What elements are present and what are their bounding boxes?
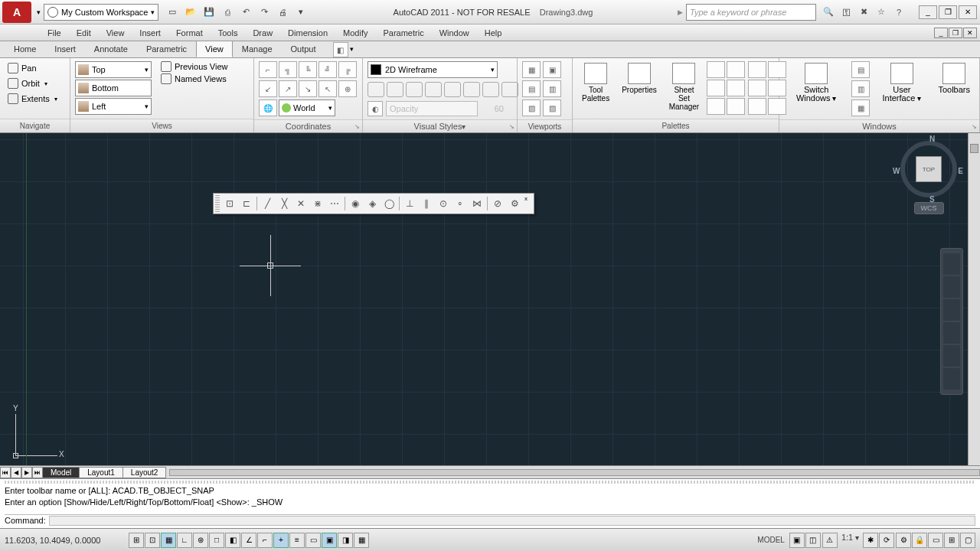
qat-save-icon[interactable]: 💾 [201,5,217,20]
panel-label-views[interactable]: Views [70,119,253,132]
sb-polar-icon[interactable]: ⊛ [193,533,208,548]
qat-print-icon[interactable]: 🖨 [275,5,290,20]
workspace-selector[interactable]: My Custom Workspace ▾ [44,4,158,21]
vp-icon-4[interactable]: ▥ [543,80,561,97]
help-icon[interactable]: ? [891,5,906,20]
layout-nav-prev[interactable]: ◀ [11,467,21,478]
osnap-midpoint-icon[interactable]: ╳ [276,195,292,212]
menu-insert[interactable]: Insert [132,26,168,40]
sb-annoauto-icon[interactable]: ⟳ [879,533,894,548]
vs-ico-6[interactable] [463,82,480,97]
status-model[interactable]: MODEL [754,536,788,544]
viewcube-face[interactable]: TOP [916,156,942,182]
mdi-minimize[interactable]: _ [934,28,948,38]
win-cascade-icon[interactable]: ▦ [851,99,870,116]
vp-icon-2[interactable]: ▣ [543,61,561,78]
qat-redo-icon[interactable]: ↷ [256,5,272,20]
toolbar-close-icon[interactable]: x [524,195,532,203]
ucs-icon-8[interactable]: ↘ [299,80,317,97]
tab-annotate[interactable]: Annotate [85,41,137,57]
osnap-nearest-icon[interactable]: ⋈ [469,195,485,212]
mdi-restore[interactable]: ❐ [949,28,962,38]
vp-icon-3[interactable]: ▤ [522,80,541,97]
osnap-center-icon[interactable]: ◉ [347,195,364,212]
search-play-icon[interactable]: ▶ [678,8,683,16]
viewcube-e[interactable]: E [958,167,963,175]
app-logo-icon[interactable]: A [2,2,31,23]
pal-small-9[interactable] [748,80,766,96]
sb-qp-icon[interactable]: ▣ [322,533,337,548]
status-scale[interactable]: 1:1 ▾ [838,533,862,548]
viewcube-s[interactable]: S [929,195,935,204]
panel-label-viewports[interactable]: Viewports [518,119,572,132]
canvas-vscroll[interactable] [968,133,980,465]
menu-edit[interactable]: Edit [69,26,99,40]
ribbon-extra-icon[interactable]: ◧ [333,42,348,57]
sb-am-icon[interactable]: ▦ [354,533,369,548]
menu-dimension[interactable]: Dimension [280,26,335,40]
sb-lwt-icon[interactable]: ≡ [289,533,305,548]
ribbon-extra-chevron-icon[interactable]: ▾ [350,42,354,57]
sb-grid-icon[interactable]: ▦ [161,533,176,548]
tab-view[interactable]: View [196,41,233,57]
qat-new-icon[interactable]: ▭ [165,5,180,20]
sb-r1-icon[interactable]: ▣ [789,533,805,548]
sb-lock-icon[interactable]: 🔒 [912,533,927,548]
osnap-parallel-icon[interactable]: ∥ [418,195,435,212]
named-views-button[interactable]: Named Views [161,73,228,84]
vs-ico-7[interactable] [482,82,499,97]
sb-ortho-icon[interactable]: ∟ [177,533,192,548]
vs-ico-1[interactable] [368,82,384,97]
toolbar-grip[interactable] [215,195,220,212]
tab-insert[interactable]: Insert [45,41,85,57]
close-button[interactable]: ✕ [959,5,977,19]
navigation-bar[interactable] [940,248,963,395]
sb-infer-icon[interactable]: ⊞ [129,533,144,548]
command-grip[interactable] [5,481,975,484]
pal-small-1[interactable] [707,61,725,78]
opacity-value[interactable]: 60 [481,104,504,113]
tab-home[interactable]: Home [5,41,45,57]
drawing-canvas[interactable]: YX TOP N S E W WCS ⊡ ⊏ ╱ ╳ ✕ ⋇ ⋯ ◉ ◈ ◯ [0,133,980,465]
panel-label-palettes[interactable]: Palettes [573,119,779,132]
search-icon[interactable]: 🔍 [821,5,836,20]
sb-tpy-icon[interactable]: ▭ [305,533,321,548]
command-window[interactable]: Enter toolbar name or [ALL]: ACAD.TB_OBJ… [0,478,980,528]
user-interface-button[interactable]: User Interface ▾ [873,61,930,104]
sb-r2-icon[interactable]: ◫ [805,533,821,548]
sb-dyn-icon[interactable]: + [273,533,289,548]
qat-more-icon[interactable]: ▾ [293,5,309,20]
minimize-button[interactable]: _ [919,5,937,19]
panel-label-navigate[interactable]: Navigate [0,119,70,132]
ucs-icon-1[interactable]: ⌐ [259,61,277,78]
osnap-quadrant-icon[interactable]: ◈ [364,195,381,212]
sb-otrack-icon[interactable]: ∠ [241,533,256,548]
extents-button[interactable]: Extents▾ [5,92,60,106]
osnap-apparent-icon[interactable]: ⋇ [309,195,326,212]
menu-window[interactable]: Window [432,26,477,40]
osnap-none-icon[interactable]: ⊘ [489,195,506,212]
osnap-from-icon[interactable]: ⊏ [238,195,255,212]
vs-ico-3[interactable] [406,82,423,97]
tab-output[interactable]: Output [282,41,325,57]
wcs-badge[interactable]: WCS [914,202,944,214]
exchange-icon[interactable]: ✖ [856,5,871,20]
pal-small-5[interactable] [707,98,725,115]
panel-label-coordinates[interactable]: Coordinates↘ [254,119,362,132]
pal-small-7[interactable] [748,61,766,78]
menu-draw[interactable]: Draw [245,26,280,40]
sb-iso-icon[interactable]: ⊞ [944,533,959,548]
ucs-globe-icon[interactable]: 🌐 [259,99,277,116]
pal-small-2[interactable] [727,61,745,78]
navbar-wheel-icon[interactable] [943,253,960,275]
ucs-icon-10[interactable]: ⊕ [338,80,357,97]
vs-ico-4[interactable] [425,82,442,97]
ucs-icon-3[interactable]: ╚ [299,61,317,78]
sb-annoscale-icon[interactable]: ⚠ [822,533,838,548]
ucs-icon-5[interactable]: ╔ [338,61,357,78]
layout-tab-layout1[interactable]: Layout1 [79,467,123,478]
orbit-button[interactable]: Orbit▾ [5,77,60,90]
osnap-insert-icon[interactable]: ⊙ [435,195,452,212]
osnap-intersection-icon[interactable]: ✕ [292,195,309,212]
navbar-more-icon[interactable] [943,368,960,390]
